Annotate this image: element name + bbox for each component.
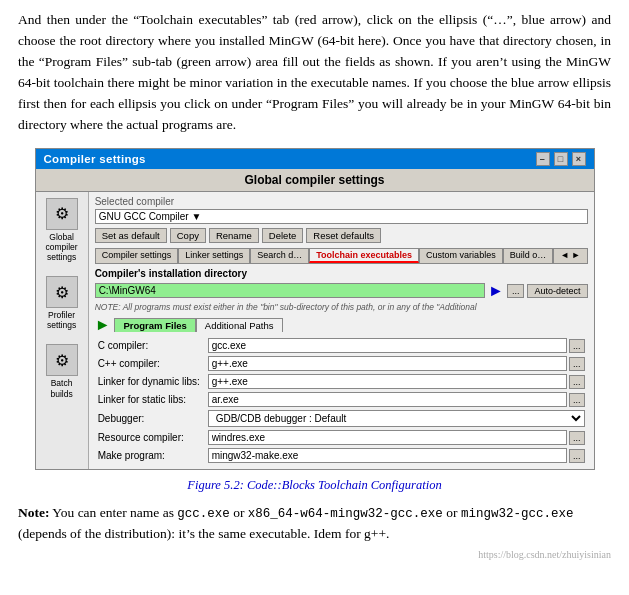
cpp-compiler-input[interactable]	[208, 356, 567, 371]
debugger-select[interactable]: GDB/CDB debugger : Default	[208, 410, 585, 427]
resource-compiler-input[interactable]	[208, 430, 567, 445]
figure-caption: Figure 5.2: Code::Blocks Toolchain Confi…	[18, 478, 611, 493]
compiler-select-row: GNU GCC Compiler ▼	[95, 209, 588, 224]
install-dir-value: C:\MinGW64	[99, 285, 156, 296]
resource-compiler-browse-button[interactable]: ...	[569, 431, 585, 445]
blue-arrow-icon: ►	[488, 282, 504, 300]
linker-dynamic-label: Linker for dynamic libs:	[95, 373, 205, 391]
executable-fields-table: C compiler: ... C++ compiler: ...	[95, 337, 588, 465]
intro-paragraph: And then under the “Toolchain executable…	[18, 10, 611, 136]
note-text-2: or	[230, 505, 248, 520]
table-row: Make program: ...	[95, 447, 588, 465]
linker-static-input[interactable]	[208, 392, 567, 407]
c-compiler-browse-button[interactable]: ...	[569, 339, 585, 353]
compiler-name: GNU GCC Compiler	[99, 211, 189, 222]
tab-custom-variables[interactable]: Custom variables	[419, 248, 503, 263]
sidebar-item-profiler[interactable]: ⚙ Profiler settings	[38, 274, 86, 332]
subtab-additional-paths[interactable]: Additional Paths	[196, 318, 283, 332]
tab-search-dirs[interactable]: Search d…	[250, 248, 309, 263]
linker-dynamic-input[interactable]	[208, 374, 567, 389]
profiler-icon: ⚙	[46, 276, 78, 308]
install-dir-row: C:\MinGW64 ► ... Auto-detect	[95, 282, 588, 300]
make-program-label: Make program:	[95, 447, 205, 465]
maximize-button[interactable]: □	[554, 152, 568, 166]
sidebar-label-global: Global compiler settings	[40, 232, 84, 263]
minimize-button[interactable]: –	[536, 152, 550, 166]
window-controls: – □ ×	[536, 152, 586, 166]
code-gcc64: x86_64-w64-mingw32-gcc.exe	[248, 507, 443, 521]
install-dir-input[interactable]: C:\MinGW64	[95, 283, 485, 298]
main-content-area: Selected compiler GNU GCC Compiler ▼ Set…	[89, 192, 594, 469]
subtabs-row: Program Files Additional Paths	[114, 318, 282, 332]
make-program-browse-button[interactable]: ...	[569, 449, 585, 463]
resource-compiler-label: Resource compiler:	[95, 429, 205, 447]
reset-defaults-button[interactable]: Reset defaults	[306, 228, 381, 243]
table-row: Linker for dynamic libs: ...	[95, 373, 588, 391]
sidebar: ⚙ Global compiler settings ⚙ Profiler se…	[36, 192, 89, 469]
global-compiler-icon: ⚙	[46, 198, 78, 230]
tab-more[interactable]: ◄ ►	[553, 248, 587, 263]
sidebar-item-batch[interactable]: ⚙ Batch builds	[38, 342, 86, 400]
install-dir-note: NOTE: All programs must exist either in …	[95, 302, 588, 312]
table-row: Debugger: GDB/CDB debugger : Default	[95, 409, 588, 429]
code-mingw-gcc: mingw32-gcc.exe	[461, 507, 574, 521]
c-compiler-input[interactable]	[208, 338, 567, 353]
linker-static-browse-button[interactable]: ...	[569, 393, 585, 407]
sidebar-item-global[interactable]: ⚙ Global compiler settings	[38, 196, 86, 265]
subtab-program-files[interactable]: Program Files	[114, 318, 195, 332]
main-tabs-row: Compiler settings Linker settings Search…	[95, 248, 588, 264]
dialog-title: Global compiler settings	[244, 173, 384, 187]
copy-button[interactable]: Copy	[170, 228, 206, 243]
titlebar: Compiler settings – □ ×	[36, 149, 594, 169]
table-row: Resource compiler: ...	[95, 429, 588, 447]
tab-linker-settings[interactable]: Linker settings	[178, 248, 250, 263]
linker-static-label: Linker for static libs:	[95, 391, 205, 409]
table-row: C++ compiler: ...	[95, 355, 588, 373]
tab-toolchain-executables[interactable]: Toolchain executables	[309, 248, 419, 263]
tab-build-options[interactable]: Build o…	[503, 248, 554, 263]
watermark: https://blog.csdn.net/zhuiyisinian	[18, 549, 611, 560]
note-bold-label: Note:	[18, 505, 49, 520]
sidebar-label-batch: Batch builds	[40, 378, 84, 398]
batch-icon: ⚙	[46, 344, 78, 376]
c-compiler-label: C compiler:	[95, 337, 205, 355]
install-dir-label: Compiler's installation directory	[95, 268, 588, 279]
table-row: C compiler: ...	[95, 337, 588, 355]
selected-compiler-label: Selected compiler	[95, 196, 588, 207]
browse-ellipsis-button[interactable]: ...	[507, 284, 525, 298]
linker-dynamic-browse-button[interactable]: ...	[569, 375, 585, 389]
delete-button[interactable]: Delete	[262, 228, 303, 243]
compiler-buttons-row: Set as default Copy Rename Delete Reset …	[95, 228, 588, 243]
green-arrow-icon: ►	[95, 316, 111, 334]
auto-detect-button[interactable]: Auto-detect	[527, 284, 587, 298]
cpp-compiler-browse-button[interactable]: ...	[569, 357, 585, 371]
table-row: Linker for static libs: ...	[95, 391, 588, 409]
window-title: Compiler settings	[44, 153, 146, 165]
screenshot-container: Compiler settings – □ × Global compiler …	[35, 148, 595, 470]
set-as-default-button[interactable]: Set as default	[95, 228, 167, 243]
sidebar-label-profiler: Profiler settings	[40, 310, 84, 330]
debugger-label: Debugger:	[95, 409, 205, 429]
note-text-3: or	[443, 505, 461, 520]
note-section: Note: You can enter name as gcc.exe or x…	[18, 503, 611, 545]
dialog-header: Global compiler settings	[36, 169, 594, 192]
note-text-4: (depends of the distribution): it’s the …	[18, 526, 389, 541]
close-button[interactable]: ×	[572, 152, 586, 166]
tab-compiler-settings[interactable]: Compiler settings	[95, 248, 179, 263]
note-text: You can enter name as	[52, 505, 177, 520]
make-program-input[interactable]	[208, 448, 567, 463]
compiler-dropdown[interactable]: GNU GCC Compiler ▼	[95, 209, 588, 224]
cpp-compiler-label: C++ compiler:	[95, 355, 205, 373]
rename-button[interactable]: Rename	[209, 228, 259, 243]
code-gcc: gcc.exe	[177, 507, 230, 521]
